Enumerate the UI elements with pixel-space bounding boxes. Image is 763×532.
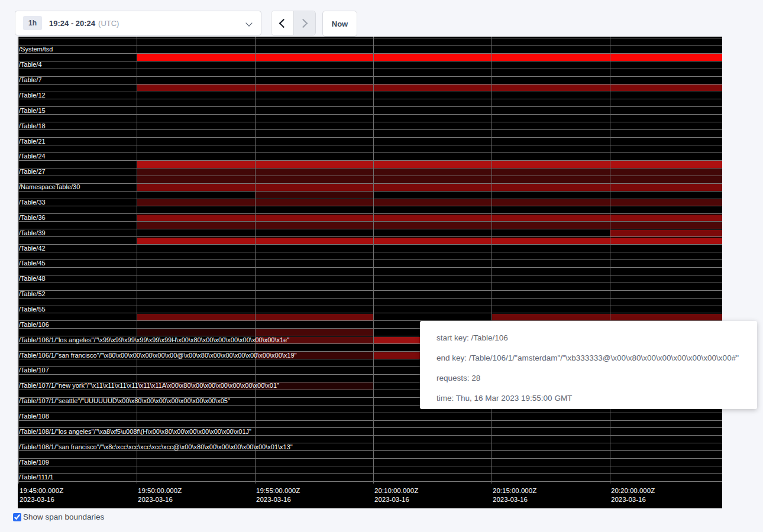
heat-band	[137, 215, 722, 221]
span-boundary-line	[18, 413, 722, 413]
tooltip-end-key: end key: /Table/106/1/"amsterdam"/"\xb33…	[437, 348, 751, 368]
next-range-button[interactable]	[293, 11, 316, 35]
prev-range-button[interactable]	[271, 11, 293, 35]
chevron-left-icon	[279, 18, 288, 28]
span-boundary-line	[18, 466, 722, 466]
span-boundary-line	[18, 435, 722, 436]
row-label: /Table/48	[19, 275, 46, 282]
row-label: /NamespaceTable/30	[19, 183, 80, 190]
axis-date: 2023-03-16	[138, 495, 182, 504]
axis-date: 2023-03-16	[611, 495, 655, 504]
row-label: /Table/109	[19, 459, 49, 466]
row-label: /Table/108/1/"los angeles"/"\xa8\xf5\u00…	[19, 428, 251, 435]
span-boundary-line	[18, 267, 722, 268]
heat-band	[255, 329, 373, 336]
footer: Show span boundaries	[13, 512, 104, 521]
x-axis-label: 19:45:00.000Z2023-03-16	[18, 486, 63, 504]
span-boundary-line	[18, 114, 722, 115]
axis-time: 19:50:00.000Z	[138, 486, 182, 495]
span-boundary-line	[18, 229, 722, 229]
span-boundary-line	[18, 244, 722, 245]
x-axis-label: 20:15:00.000Z2023-03-16	[492, 486, 536, 504]
span-boundary-line	[18, 252, 722, 252]
heat-band	[137, 238, 722, 244]
row-label: /Table/36	[19, 214, 46, 221]
span-boundary-line	[18, 213, 722, 214]
row-label: /Table/52	[19, 290, 46, 297]
time-range-nav	[271, 11, 316, 35]
now-button[interactable]: Now	[322, 11, 357, 37]
span-boundary-line	[18, 69, 722, 69]
heat-band	[492, 314, 722, 320]
row-label: /Table/7	[19, 76, 42, 83]
span-boundary-line	[18, 176, 722, 176]
heat-band	[137, 85, 722, 91]
axis-date: 2023-03-16	[20, 495, 63, 504]
axis-date: 2023-03-16	[493, 495, 536, 504]
axis-date: 2023-03-16	[374, 495, 418, 504]
span-boundary-line	[18, 191, 722, 192]
span-boundary-line	[18, 106, 722, 107]
x-axis-label: 20:20:00.000Z2023-03-16	[610, 486, 655, 504]
span-boundary-line	[18, 298, 722, 299]
axis-time: 20:15:00.000Z	[493, 486, 536, 495]
row-label: /Table/106/1/"san francisco"/"\x80\x00\x…	[19, 352, 297, 359]
heat-band	[137, 168, 722, 175]
span-boundary-line	[18, 129, 722, 130]
row-label: /Table/45	[19, 259, 46, 267]
span-boundary-line	[18, 259, 722, 260]
row-label: /Table/24	[19, 153, 46, 160]
span-boundary-line	[18, 76, 722, 77]
show-span-boundaries-checkbox[interactable]	[13, 513, 21, 521]
heat-band	[255, 192, 373, 198]
row-label: /Table/107/1/"seattle"/"UUUUUUD\x00\x80\…	[19, 397, 230, 404]
span-boundary-line	[18, 153, 722, 153]
row-label: /Table/106	[19, 321, 49, 328]
span-boundary-line	[18, 183, 722, 184]
x-axis-label: 20:10:00.000Z2023-03-16	[373, 486, 418, 504]
time-range-utc: (UTC)	[98, 19, 119, 28]
time-range-badge: 1h	[23, 16, 42, 30]
row-label: /Table/106/1/"los angeles"/"\x99\x99\x99…	[19, 336, 289, 343]
heat-band	[610, 230, 722, 236]
heat-band	[137, 222, 722, 229]
row-label: /Table/33	[19, 199, 46, 206]
span-boundary-line	[18, 221, 722, 222]
time-range-selector[interactable]: 1h 19:24 - 20:24 (UTC)	[15, 11, 261, 35]
axis-time: 20:20:00.000Z	[611, 486, 655, 495]
heat-band	[137, 184, 722, 190]
span-boundary-line	[18, 92, 722, 92]
span-boundary-line	[18, 481, 722, 482]
span-boundary-line	[18, 236, 722, 237]
span-boundary-line	[18, 84, 722, 85]
key-visualizer-page: 1h 19:24 - 20:24 (UTC) Now /System/tsd/T…	[0, 0, 763, 532]
row-label: /Table/18	[19, 122, 46, 129]
span-boundary-line	[18, 275, 722, 275]
span-boundary-line	[18, 168, 722, 168]
row-label: /Table/4	[19, 61, 42, 68]
row-label: /Table/108	[19, 413, 49, 420]
x-axis-label: 19:55:00.000Z2023-03-16	[255, 486, 300, 504]
time-range-label: 19:24 - 20:24	[49, 19, 95, 28]
span-boundary-line	[18, 473, 722, 474]
span-boundary-line	[18, 206, 722, 206]
tooltip-start-key: start key: /Table/106	[437, 327, 751, 348]
heat-band	[137, 54, 722, 60]
row-label: /Table/107/1/"new york"/"\x11\x11\x11\x1…	[19, 382, 279, 389]
span-boundary-line	[18, 99, 722, 99]
heatmap-canvas[interactable]: /System/tsd/Table/4/Table/7/Table/12/Tab…	[18, 37, 722, 508]
span-boundary-line	[18, 53, 722, 54]
row-label: /Table/107	[19, 366, 49, 374]
heat-band	[137, 161, 722, 167]
heat-band	[373, 352, 420, 359]
span-boundary-line	[18, 122, 722, 122]
time-gridline	[373, 37, 374, 484]
row-label: /Table/15	[19, 107, 46, 114]
row-label: /Table/12	[19, 92, 46, 99]
time-gridline	[255, 37, 256, 484]
axis-time: 19:45:00.000Z	[20, 486, 63, 495]
time-gridline	[492, 37, 492, 484]
row-label: /Table/21	[19, 138, 46, 145]
row-label: /Table/42	[19, 245, 46, 252]
chevron-down-icon	[245, 20, 252, 26]
